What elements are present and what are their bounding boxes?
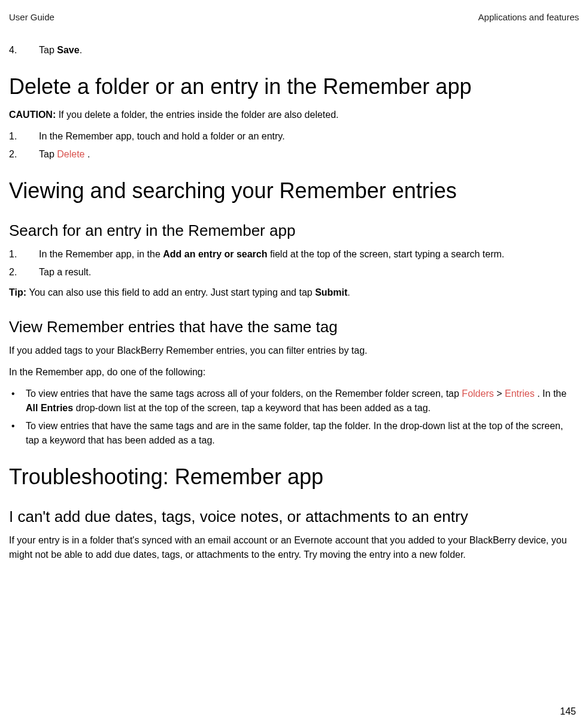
- list-item: 1. In the Remember app, touch and hold a…: [9, 129, 579, 144]
- text: . In the: [535, 388, 566, 399]
- step-text: In the Remember app, in the Add an entry…: [39, 247, 579, 262]
- heading-cant-add: I can't add due dates, tags, voice notes…: [9, 508, 579, 526]
- step-4: 4. Tap Save.: [9, 43, 579, 57]
- heading-search-entry: Search for an entry in the Remember app: [9, 221, 579, 240]
- text: .: [85, 149, 90, 159]
- heading-delete-folder: Delete a folder or an entry in the Remem…: [9, 74, 579, 99]
- heading-troubleshooting: Troubleshooting: Remember app: [9, 464, 579, 490]
- step-number: 4.: [9, 43, 39, 57]
- text: To view entries that have the same tags …: [26, 388, 462, 399]
- entries-label: Entries: [505, 388, 535, 399]
- bullet-text: To view entries that have the same tags …: [26, 419, 579, 448]
- tip-paragraph: Tip: You can also use this field to add …: [9, 285, 579, 300]
- bullet-text: To view entries that have the same tags …: [26, 387, 579, 415]
- do-following: In the Remember app, do one of the follo…: [9, 365, 579, 379]
- step-text: Tap a result.: [39, 265, 579, 280]
- step-text: In the Remember app, touch and hold a fo…: [39, 129, 579, 144]
- tip-label: Tip:: [9, 287, 29, 297]
- caution-text: If you delete a folder, the entries insi…: [59, 110, 339, 120]
- text: field at the top of the screen, start ty…: [268, 249, 505, 259]
- text: .: [80, 45, 82, 55]
- step-text: Tap Save.: [39, 43, 579, 57]
- tip-text: You can also use this field to add an en…: [29, 287, 315, 297]
- folders-label: Folders: [462, 388, 493, 399]
- step-number: 1.: [9, 129, 39, 144]
- page-number: 145: [560, 706, 576, 717]
- text: drop-down list at the top of the screen,…: [73, 403, 431, 413]
- step-text: Tap Delete .: [39, 147, 579, 162]
- all-entries-label: All Entries: [26, 403, 73, 413]
- troubleshoot-text: If your entry is in a folder that's sync…: [9, 533, 579, 562]
- tip-post: .: [347, 287, 350, 297]
- list-item: 2. Tap Delete .: [9, 147, 579, 162]
- text: In the Remember app, in the: [39, 249, 163, 259]
- text: Tap: [39, 45, 57, 55]
- delete-label: Delete: [57, 149, 84, 159]
- bullet-icon: •: [9, 419, 26, 448]
- step-number: 2.: [9, 147, 39, 162]
- heading-same-tag: View Remember entries that have the same…: [9, 318, 579, 336]
- caution-paragraph: CAUTION: If you delete a folder, the ent…: [9, 108, 579, 122]
- tag-intro: If you added tags to your BlackBerry Rem…: [9, 344, 579, 358]
- bold-text: Add an entry or search: [163, 249, 267, 259]
- list-item: 1. In the Remember app, in the Add an en…: [9, 247, 579, 262]
- bullet-item: • To view entries that have the same tag…: [9, 419, 579, 448]
- header-left: User Guide: [9, 12, 54, 22]
- caution-label: CAUTION:: [9, 110, 59, 120]
- heading-viewing-searching: Viewing and searching your Remember entr…: [9, 178, 579, 203]
- tip-bold: Submit: [315, 287, 347, 297]
- page-header: User Guide Applications and features: [9, 12, 579, 22]
- text: >: [494, 388, 505, 399]
- bullet-item: • To view entries that have the same tag…: [9, 387, 579, 415]
- bullet-icon: •: [9, 387, 26, 415]
- step-number: 2.: [9, 265, 39, 280]
- bold-text: Save: [57, 45, 79, 55]
- step-number: 1.: [9, 247, 39, 262]
- text: Tap: [39, 149, 57, 159]
- header-right: Applications and features: [478, 12, 579, 22]
- list-item: 2. Tap a result.: [9, 265, 579, 280]
